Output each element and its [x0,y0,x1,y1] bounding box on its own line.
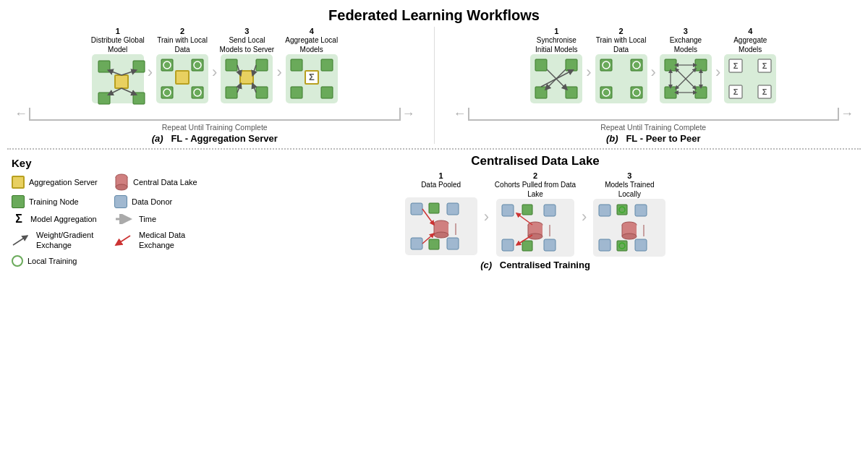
svg-rect-87 [502,205,514,216]
svg-rect-0 [115,75,128,88]
key-item-local-training: Local Training [12,255,103,267]
h-divider [7,148,861,150]
key-label-model-agg: Model Aggregation [30,215,97,223]
cdl-diag-3 [593,199,665,257]
key-panel: Key Aggregation Server [7,154,210,454]
step-diag-3l [221,54,273,103]
svg-rect-100 [599,205,610,216]
cdl-step-2: 2 Cohorts Pulled from DataLake [492,171,579,257]
step-1-left: 1 Distribute GlobalModel [90,27,146,103]
step-label-3l: Send LocalModels to Server [220,35,275,54]
key-label-weight: Weight/GradientExchange [36,230,93,251]
step-diag-2r [595,54,647,103]
step-2-right: 2 Train with LocalData [593,27,650,103]
key-icon-blue [114,195,127,208]
cdl-arrow-1: › [484,207,489,226]
step-diag-3r [660,54,712,103]
diag-svg-2l [160,58,205,100]
diag-svg-3l [224,58,269,100]
svg-rect-78 [429,203,439,213]
repeat-label-left: Repeat Until Training Complete [7,123,422,132]
cdl-title: Centralised Data Lake [216,154,855,168]
svg-rect-75 [447,203,459,215]
key-label-data-donor: Data Donor [132,197,172,206]
svg-rect-19 [226,59,237,71]
cdl-label-1: Data Pooled [421,180,461,197]
cdl-svg-3 [597,203,661,252]
arrow-1-2-right: › [586,63,591,82]
step-num-4l: 4 [310,27,314,35]
key-icon-yellow [12,176,25,189]
arrow-2-3-right: › [651,63,656,82]
svg-line-39 [541,71,571,87]
svg-rect-49 [695,59,707,71]
cdl-diag-1 [405,197,477,255]
svg-rect-106 [617,241,627,251]
diag-svg-1l [95,58,148,107]
step-num-2l: 2 [180,27,184,35]
step-num-2r: 2 [619,27,624,35]
section-label-right: (b) FL - Peer to Peer [446,133,861,144]
arrow-3-4-right: › [715,63,720,82]
svg-rect-3 [98,93,110,104]
step-1-right: 1 SynchroniseInitial Models [528,27,584,103]
svg-line-72 [13,236,27,245]
cdl-section-label: (c) Centralised Training [216,260,855,270]
svg-rect-35 [535,87,547,98]
key-label-local-training: Local Training [27,257,77,265]
cdl-step-1: 1 Data Pooled [401,171,481,255]
diag-svg-2r [599,58,644,100]
svg-rect-31 [291,87,302,98]
step-diag-4r: Σ Σ Σ Σ [724,54,776,103]
svg-line-73 [116,236,130,245]
step-num-4r: 4 [748,27,752,35]
section-label-left: (a) FL - Aggregation Server [7,133,422,144]
svg-rect-21 [226,87,237,98]
step-diag-2l [156,54,208,103]
key-icon-circle-green [12,255,23,267]
svg-rect-18 [240,71,253,84]
step-diag-4l: Σ [286,54,338,103]
diag-svg-3r [663,58,708,100]
svg-rect-102 [599,239,610,251]
diag-svg-4r: Σ Σ Σ Σ [728,58,773,100]
step-diag-1l [92,54,144,103]
cdl-step-3: 3 Models TrainedLocally [590,171,669,257]
svg-text:Σ: Σ [762,87,767,96]
svg-text:Σ: Σ [733,87,739,96]
key-item-time: Time [114,213,205,226]
step-4-left: 4 Aggregate LocalModels Σ [284,27,340,103]
step-3-left: 3 Send LocalModels to Server [218,27,275,103]
svg-rect-34 [566,59,577,71]
main-title: Federated Learning Workflows [0,0,868,27]
step-3-right: 3 ExchangeModels [658,27,714,103]
svg-line-8 [122,88,135,94]
step-label-2r: Train with LocalData [596,35,647,54]
key-item-data-lake: Central Data Lake [114,174,205,191]
svg-line-7 [110,88,122,94]
cylinder-svg [114,174,129,191]
key-label-data-lake: Central Data Lake [133,178,197,187]
key-label-training-node: Training Node [29,197,79,206]
cdl-svg-1 [409,202,473,251]
svg-point-110 [622,234,637,239]
step-num-3l: 3 [244,27,249,35]
svg-line-26 [253,85,256,93]
svg-rect-79 [429,239,439,249]
svg-text:Σ: Σ [762,61,767,70]
step-label-2l: Train with LocalData [157,35,208,54]
key-label-time: Time [139,215,156,223]
fl-p2p-panel: 1 SynchroniseInitial Models [446,27,861,144]
key-item-data-donor: Data Donor [114,195,205,208]
svg-line-6 [122,71,135,75]
key-items: Aggregation Server Central Data Lake [12,174,205,267]
key-item-medical: Medical DataExchange [114,230,205,251]
cdl-svg-2 [501,203,570,252]
key-item-training-node: Training Node [12,195,103,208]
svg-text:Σ: Σ [309,72,315,82]
fl-aggregation-panel: 1 Distribute GlobalModel [7,27,422,144]
svg-rect-36 [566,87,577,98]
key-icon-red-arrow [114,234,135,247]
svg-rect-29 [291,59,302,71]
step-label-3r: ExchangeModels [670,35,702,54]
